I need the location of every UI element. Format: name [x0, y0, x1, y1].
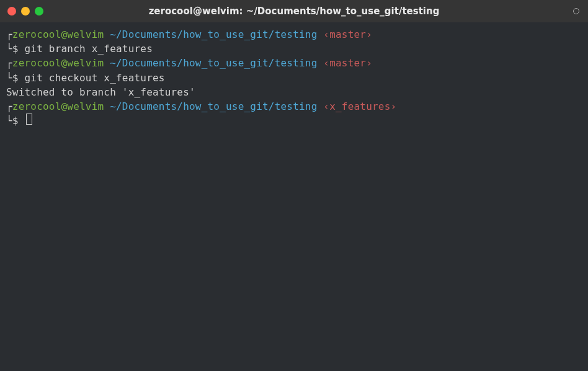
prompt-branch: master	[329, 27, 366, 42]
prompt-user: zerocool	[12, 56, 61, 70]
prompt-corner-icon: ┌	[6, 99, 12, 114]
prompt-corner-icon: ┌	[6, 56, 12, 70]
prompt-at: @	[61, 27, 68, 42]
prompt-line: ┌zerocool@welvim ~/Documents/how_to_use_…	[6, 56, 582, 70]
prompt-branch-close: ›	[391, 99, 397, 114]
prompt-dollar: $	[12, 71, 25, 85]
prompt-branch-close: ›	[366, 56, 372, 70]
prompt-path: ~/Documents/how_to_use_git/testing	[104, 56, 317, 70]
menu-ring-icon[interactable]	[573, 8, 579, 14]
prompt-corner-icon: └	[6, 114, 12, 128]
minimize-icon[interactable]	[21, 7, 30, 16]
terminal-body[interactable]: ┌zerocool@welvim ~/Documents/how_to_use_…	[0, 22, 588, 371]
terminal-window: zerocool@welvim: ~/Documents/how_to_use_…	[0, 0, 588, 371]
maximize-icon[interactable]	[35, 7, 43, 16]
command-line: └$ git checkout x_features	[6, 71, 582, 85]
prompt-branch-open: ‹	[318, 27, 330, 42]
command-line[interactable]: └$	[6, 114, 582, 128]
prompt-branch-open: ‹	[318, 56, 330, 70]
prompt-corner-icon: ┌	[6, 27, 12, 42]
prompt-branch-open: ‹	[318, 99, 330, 114]
close-icon[interactable]	[7, 7, 16, 16]
output-line: Switched to branch 'x_features'	[6, 85, 582, 99]
prompt-line: ┌zerocool@welvim ~/Documents/how_to_use_…	[6, 99, 582, 114]
command-text: git checkout x_features	[25, 71, 165, 85]
prompt-corner-icon: └	[6, 42, 12, 56]
prompt-path: ~/Documents/how_to_use_git/testing	[104, 27, 317, 42]
cursor-icon	[26, 114, 32, 125]
prompt-dollar: $	[12, 42, 25, 56]
titlebar[interactable]: zerocool@welvim: ~/Documents/how_to_use_…	[0, 0, 588, 22]
prompt-at: @	[61, 99, 68, 114]
prompt-host: welvim	[67, 56, 104, 70]
prompt-branch: x_features	[329, 99, 390, 114]
prompt-at: @	[61, 56, 68, 70]
prompt-corner-icon: └	[6, 71, 12, 85]
command-text: git branch x_features	[25, 42, 153, 56]
window-title: zerocool@welvim: ~/Documents/how_to_use_…	[149, 6, 440, 17]
output-text: Switched to branch 'x_features'	[6, 85, 195, 99]
prompt-host: welvim	[67, 27, 104, 42]
prompt-host: welvim	[67, 99, 104, 114]
prompt-dollar: $	[12, 114, 25, 128]
prompt-line: ┌zerocool@welvim ~/Documents/how_to_use_…	[6, 27, 582, 42]
prompt-path: ~/Documents/how_to_use_git/testing	[104, 99, 317, 114]
command-line: └$ git branch x_features	[6, 42, 582, 56]
prompt-user: zerocool	[12, 27, 61, 42]
prompt-branch: master	[329, 56, 366, 70]
prompt-user: zerocool	[12, 99, 61, 114]
prompt-branch-close: ›	[366, 27, 372, 42]
window-controls	[7, 7, 43, 16]
